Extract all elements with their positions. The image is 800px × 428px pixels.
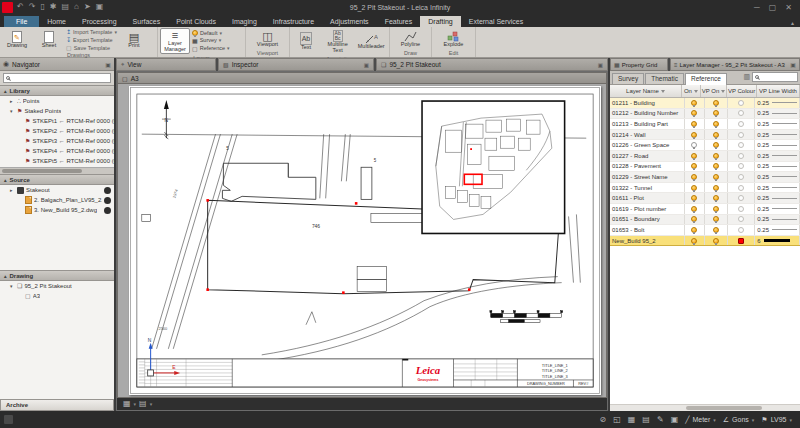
colour-swatch-empty[interactable] bbox=[738, 195, 744, 201]
vp-colour-cell[interactable] bbox=[728, 130, 755, 140]
layer-row[interactable]: 01213 - Building Part0.25 bbox=[610, 119, 800, 130]
snap-disable-icon[interactable]: ⊘ bbox=[600, 415, 607, 424]
colour-swatch-empty[interactable] bbox=[738, 100, 744, 106]
colour-swatch-empty[interactable] bbox=[738, 121, 744, 127]
chevron-down-icon[interactable]: ▾ bbox=[134, 401, 137, 407]
on-cell[interactable] bbox=[685, 130, 705, 140]
on-cell[interactable] bbox=[685, 215, 705, 225]
section-source[interactable]: ▴ Source bbox=[0, 174, 114, 185]
section-drawing[interactable]: ▴ Drawing bbox=[0, 270, 114, 281]
column-on[interactable]: On bbox=[682, 85, 701, 97]
library-hscrollbar[interactable] bbox=[0, 167, 114, 174]
vp-on-cell[interactable] bbox=[705, 215, 729, 225]
export-template-button[interactable]: ↧ Export Template bbox=[66, 36, 117, 43]
library-item[interactable]: ⚑STKEPt2 ← RTCM-Ref 0000 (07/10 bbox=[0, 126, 114, 136]
vp-colour-cell[interactable] bbox=[728, 109, 755, 119]
vp-on-cell[interactable] bbox=[705, 98, 729, 108]
bulb-on-icon[interactable] bbox=[713, 142, 719, 148]
bulb-on-icon[interactable] bbox=[691, 110, 697, 116]
subtab-thematic[interactable]: Thematic bbox=[645, 73, 684, 84]
expander-right-icon[interactable]: ▸ bbox=[10, 98, 15, 104]
ribbon-collapse-icon[interactable]: ▴ bbox=[791, 19, 794, 26]
close-button[interactable]: ✕ bbox=[785, 3, 792, 12]
column-layer-name[interactable]: Layer Name bbox=[610, 85, 682, 97]
layer-row[interactable]: 01229 - Street Name0.25 bbox=[610, 172, 800, 183]
vp-colour-cell[interactable] bbox=[728, 140, 755, 150]
ribbon-tab-home[interactable]: Home bbox=[39, 16, 74, 27]
tab-view[interactable]: ⌖ View bbox=[116, 58, 216, 71]
angle-units-select[interactable]: ∠ Gons ▾ bbox=[723, 416, 755, 424]
visibility-eye-icon[interactable] bbox=[104, 197, 111, 204]
vp-colour-cell[interactable] bbox=[728, 119, 755, 129]
bulb-on-icon[interactable] bbox=[691, 206, 697, 212]
layer-row[interactable]: 01226 - Green Space0.25 bbox=[610, 140, 800, 151]
vp-on-cell[interactable] bbox=[705, 151, 729, 161]
vp-colour-cell[interactable] bbox=[728, 225, 755, 235]
on-cell[interactable] bbox=[685, 98, 705, 108]
drawing-button[interactable]: ✎ Drawing bbox=[2, 28, 32, 51]
colour-swatch-empty[interactable] bbox=[738, 227, 744, 233]
filter-funnel-icon[interactable] bbox=[661, 90, 665, 93]
library-item[interactable]: ⚑STKEPt4 ← RTCM-Ref 0000 (07/10 bbox=[0, 146, 114, 156]
bulb-on-icon[interactable] bbox=[691, 174, 697, 180]
vp-line-width-cell[interactable]: 0.25 bbox=[755, 119, 800, 129]
column-vp-colour[interactable]: VP Colour bbox=[727, 85, 757, 97]
pin-icon[interactable]: ▣ bbox=[790, 61, 796, 68]
on-cell[interactable] bbox=[685, 151, 705, 161]
ribbon-tab-drafting[interactable]: Drafting bbox=[420, 16, 461, 27]
filter-funnel-icon[interactable] bbox=[721, 90, 725, 93]
colour-swatch-empty[interactable] bbox=[738, 185, 744, 191]
bulb-on-icon[interactable] bbox=[691, 132, 697, 138]
subtab-survey[interactable]: Survey bbox=[612, 73, 644, 84]
vp-on-cell[interactable] bbox=[705, 183, 729, 193]
tab-property-grid[interactable]: ▦ Property Grid bbox=[610, 58, 668, 71]
layout-grid-icon[interactable]: ▥ bbox=[743, 73, 750, 81]
tab-layer-manager[interactable]: ≡ Layer Manager - 95_2 Pit Stakeout - A3… bbox=[670, 58, 800, 71]
section-archive[interactable]: Archive bbox=[0, 399, 114, 411]
vp-on-cell[interactable] bbox=[705, 236, 729, 246]
colour-swatch-empty[interactable] bbox=[738, 142, 744, 148]
redo-icon[interactable]: ↷ bbox=[29, 2, 36, 12]
vp-on-cell[interactable] bbox=[705, 109, 729, 119]
colour-swatch-empty[interactable] bbox=[738, 163, 744, 169]
colour-swatch-empty[interactable] bbox=[738, 153, 744, 159]
multiline-text-button[interactable]: AbBc Multiline Text bbox=[322, 28, 354, 55]
tab-document[interactable]: ❏ 95_2 Pit Stakeout ▣ bbox=[376, 58, 608, 71]
vp-line-width-cell[interactable]: 0.25 bbox=[755, 183, 800, 193]
vp-line-width-cell[interactable]: 0.25 bbox=[755, 204, 800, 214]
vp-colour-cell[interactable] bbox=[728, 183, 755, 193]
layer-row[interactable]: 01212 - Building Number0.25 bbox=[610, 109, 800, 120]
drawing-canvas[interactable]: N bbox=[117, 84, 607, 398]
layer-row[interactable]: New_Build 95_26 bbox=[610, 236, 800, 247]
bulb-on-icon[interactable] bbox=[713, 238, 719, 244]
layer-manager-button[interactable]: ≡ Layer Manager bbox=[160, 28, 190, 54]
import-template-button[interactable]: ↥ Import Template▾ bbox=[66, 28, 117, 35]
ribbon-tab-processing[interactable]: Processing bbox=[74, 16, 125, 27]
on-cell[interactable] bbox=[685, 119, 705, 129]
on-cell[interactable] bbox=[685, 109, 705, 119]
on-cell[interactable] bbox=[685, 225, 705, 235]
library-item[interactable]: ⚑STKEPt1 ← RTCM-Ref 0000 (07/10 bbox=[0, 116, 114, 126]
bulb-on-icon[interactable] bbox=[691, 100, 697, 106]
on-cell[interactable] bbox=[685, 183, 705, 193]
layer-row[interactable]: 01611 - Plot0.25 bbox=[610, 193, 800, 204]
expander-down-icon[interactable]: ▾ bbox=[10, 283, 15, 289]
bulb-on-icon[interactable] bbox=[713, 206, 719, 212]
bulb-on-icon[interactable] bbox=[691, 195, 697, 201]
visibility-eye-icon[interactable] bbox=[104, 187, 111, 194]
ribbon-tab-adjustments[interactable]: Adjustments bbox=[322, 16, 377, 27]
colour-swatch-empty[interactable] bbox=[738, 206, 744, 212]
vp-on-cell[interactable] bbox=[705, 162, 729, 172]
column-vp-line-width[interactable]: VP Line Width bbox=[757, 85, 800, 97]
edit-icon[interactable]: ✎ bbox=[657, 415, 664, 424]
visibility-eye-icon[interactable] bbox=[104, 207, 111, 214]
vp-on-cell[interactable] bbox=[705, 119, 729, 129]
undo-icon[interactable]: ↶ bbox=[17, 2, 24, 12]
bin-icon[interactable]: ▣ bbox=[671, 415, 679, 424]
colour-swatch-empty[interactable] bbox=[738, 174, 744, 180]
vp-line-width-cell[interactable]: 0.25 bbox=[755, 109, 800, 119]
layer-table-hscrollbar[interactable] bbox=[610, 404, 800, 411]
layer-row[interactable]: 01211 - Building0.25 bbox=[610, 98, 800, 109]
ribbon-tab-point-clouds[interactable]: Point Clouds bbox=[168, 16, 224, 27]
ribbon-tab-imaging[interactable]: Imaging bbox=[224, 16, 265, 27]
